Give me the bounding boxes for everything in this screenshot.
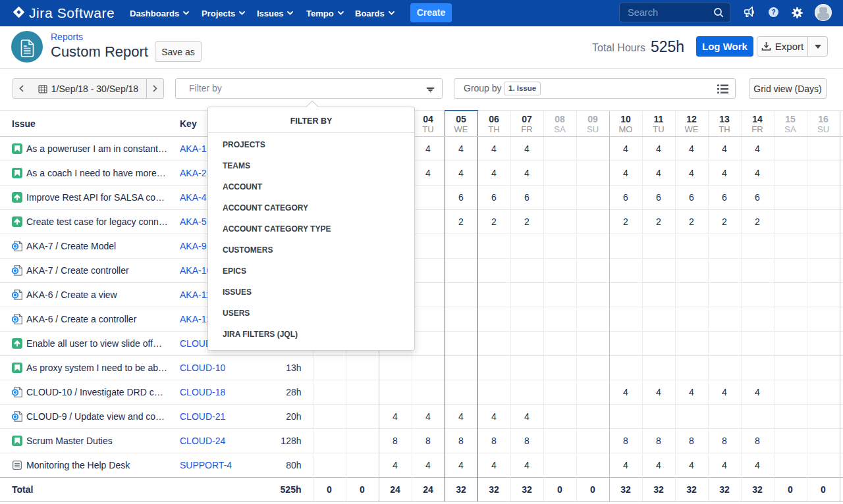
svg-text:?: ? — [771, 8, 775, 16]
